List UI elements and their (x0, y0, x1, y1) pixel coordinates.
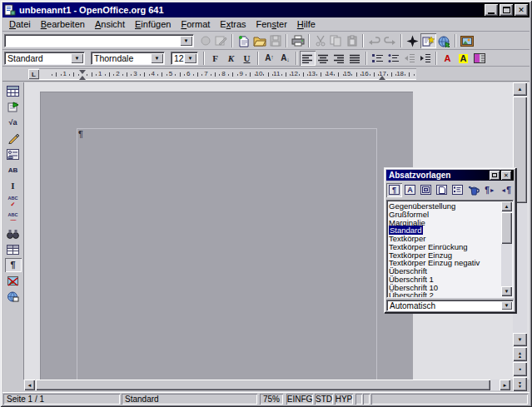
ruler-number: 10 (256, 70, 263, 77)
font-name-combobox[interactable]: Thorndale ▼ (91, 52, 165, 65)
edit-autotext-button[interactable]: AB (5, 163, 22, 177)
indent-marker[interactable] (79, 76, 86, 80)
direct-cursor-button[interactable]: I (5, 179, 22, 193)
menu-datei[interactable]: Datei (4, 18, 36, 30)
stylist-dock-button[interactable] (490, 171, 500, 180)
menu-bearbeiten[interactable]: Bearbeiten (36, 18, 90, 30)
list-scroll-up-button[interactable]: ▲ (501, 201, 512, 211)
menu-format[interactable]: Format (176, 18, 215, 30)
bullet-list-button[interactable] (385, 51, 401, 66)
navigation-button[interactable]: ● (513, 362, 527, 376)
font-size-combobox[interactable]: 12 ▼ (171, 52, 198, 65)
character-styles-button[interactable]: A (402, 183, 418, 197)
scroll-down-button[interactable]: ▼ (513, 333, 527, 346)
list-scroll-down-button[interactable]: ▼ (501, 286, 512, 296)
page-styles-button[interactable] (434, 183, 450, 197)
style-list[interactable]: GegenüberstellungGrußformelMarginalieSta… (386, 200, 514, 298)
form-functions-button[interactable] (5, 147, 22, 161)
paragraph-background-button[interactable] (471, 51, 487, 66)
status-style-field[interactable]: Standard (122, 394, 257, 405)
numbering-styles-button[interactable] (450, 183, 465, 197)
status-selection-mode-field[interactable]: STD (315, 394, 333, 405)
status-hyperlink-mode-field[interactable]: HYP (335, 394, 353, 405)
online-layout-button[interactable] (5, 290, 22, 304)
previous-page-button[interactable]: ▲▲ (513, 347, 527, 361)
menu-ansicht[interactable]: Ansicht (90, 18, 130, 30)
tab-stop-selector[interactable]: L (28, 69, 39, 79)
style-list-item[interactable]: Überschrift 2 (389, 291, 500, 298)
insert-objects-button[interactable]: √a (5, 116, 22, 130)
align-right-button[interactable] (331, 51, 347, 66)
font-color-button[interactable]: A (440, 51, 455, 66)
maximize-button[interactable] (500, 4, 513, 16)
font-dropdown-button[interactable]: ▼ (151, 53, 163, 63)
frame-styles-button[interactable] (418, 183, 434, 197)
style-filter-combobox[interactable]: Automatisch ▼ (386, 300, 514, 311)
open-document-button[interactable] (251, 33, 267, 48)
menu-extras[interactable]: Extras (215, 18, 251, 30)
fill-format-mode-button[interactable] (466, 183, 482, 197)
find-button[interactable] (5, 226, 22, 241)
menu-fenster[interactable]: Fenster (251, 18, 292, 30)
scroll-right-button[interactable]: ► (500, 380, 510, 390)
align-left-button[interactable] (300, 51, 316, 66)
style-list-scrollbar[interactable]: ▲ ▼ (501, 201, 512, 296)
highlighting-button[interactable]: A (455, 51, 471, 66)
justify-button[interactable] (347, 51, 363, 66)
stylist-close-button[interactable]: ✕ (501, 171, 511, 180)
new-style-from-selection-button[interactable]: ¶► (482, 183, 498, 197)
update-style-button[interactable]: ◄¶ (498, 183, 514, 197)
indent-marker[interactable] (79, 70, 86, 74)
show-draw-functions-button[interactable] (5, 132, 22, 146)
cut-scissors-icon (315, 35, 326, 47)
insert-button[interactable] (5, 84, 22, 98)
status-zoom-field[interactable]: 75% (260, 394, 283, 405)
menu-einfgen[interactable]: Einfügen (130, 18, 176, 30)
bold-button[interactable]: F (207, 51, 223, 66)
spellcheck-button[interactable]: ABC✓ (5, 195, 22, 209)
hyperlink-bar-button[interactable] (436, 33, 452, 48)
status-insert-mode-field[interactable]: EINFG (286, 394, 313, 405)
size-dropdown-button[interactable]: ▼ (184, 53, 196, 63)
new-document-button[interactable] (236, 33, 251, 48)
title-bar[interactable]: unbenannt1 - OpenOffice.org 641 ✕ (2, 2, 530, 17)
italic-button[interactable]: K (223, 51, 239, 66)
gallery-button[interactable] (459, 33, 475, 48)
style-dropdown-button[interactable]: ▼ (71, 53, 83, 63)
status-page-field[interactable]: Seite 1 / 1 (3, 394, 120, 405)
maximize-icon (503, 7, 510, 13)
print-button[interactable] (290, 33, 306, 48)
data-sources-button[interactable] (5, 242, 22, 256)
horizontal-scroll-thumb[interactable] (36, 380, 490, 390)
close-button[interactable]: ✕ (515, 4, 528, 16)
increase-indent-button[interactable] (417, 51, 433, 66)
scroll-left-button[interactable]: ◄ (24, 380, 35, 390)
list-scroll-thumb[interactable] (501, 212, 512, 244)
nonprinting-characters-button[interactable]: ¶ (5, 258, 22, 272)
numbered-list-button[interactable] (370, 51, 385, 66)
superscript-button[interactable]: A↑ (261, 51, 277, 66)
next-page-button[interactable]: ▼▼ (513, 377, 527, 391)
horizontal-scrollbar[interactable]: ◄ ► (24, 380, 510, 390)
status-empty-cell (355, 394, 362, 405)
stylist-button[interactable] (420, 33, 436, 48)
document-page[interactable]: ¶ (40, 92, 413, 380)
indent-marker[interactable] (379, 76, 385, 80)
horizontal-ruler[interactable]: 1123456789101112131415161718 (39, 68, 416, 80)
graphics-on-off-button[interactable] (5, 274, 22, 288)
scroll-up-button[interactable]: ▲ (513, 82, 527, 96)
underline-button[interactable]: U (239, 51, 255, 66)
menu-hilfe[interactable]: Hilfe (292, 18, 321, 30)
minimize-button[interactable] (485, 4, 498, 16)
insert-fields-button[interactable] (5, 100, 22, 114)
stylist-title-bar[interactable]: Absatzvorlagen ✕ (386, 170, 514, 181)
subscript-button[interactable]: A↓ (277, 51, 293, 66)
navigator-button[interactable] (405, 33, 420, 48)
filter-dropdown-button[interactable]: ▼ (501, 301, 512, 310)
url-combobox[interactable]: ▼ (4, 34, 194, 47)
paragraph-styles-button[interactable]: ¶ (386, 183, 402, 197)
url-dropdown-button[interactable]: ▼ (180, 36, 192, 46)
align-center-button[interactable] (316, 51, 331, 66)
paragraph-style-combobox[interactable]: Standard ▼ (4, 52, 85, 65)
auto-spellcheck-button[interactable]: ABC~~~ (5, 211, 22, 225)
